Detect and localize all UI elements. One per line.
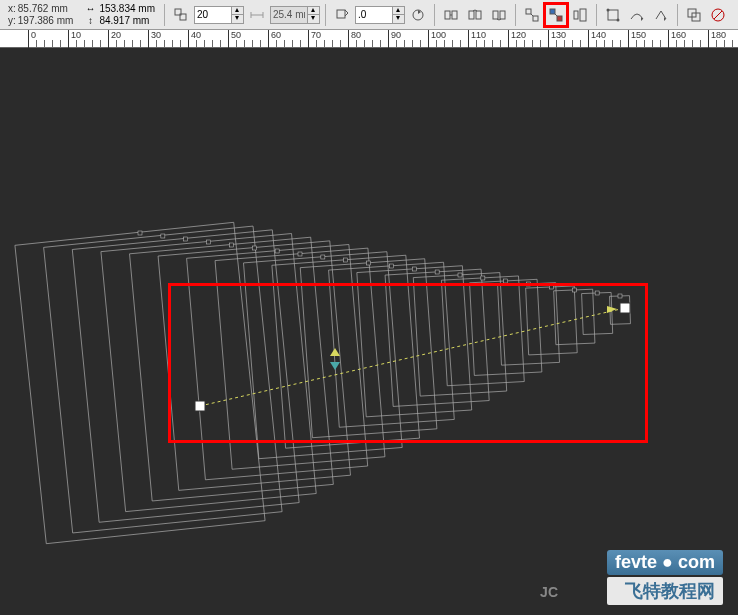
svg-rect-40	[329, 262, 455, 427]
ruler-tick: 90	[388, 30, 401, 48]
svg-rect-64	[298, 252, 302, 256]
svg-rect-32	[101, 234, 316, 512]
ruler-tick: 50	[228, 30, 241, 48]
blend-object[interactable]	[0, 48, 738, 615]
svg-rect-18	[557, 16, 562, 21]
svg-rect-61	[229, 243, 233, 247]
svg-rect-65	[321, 255, 325, 259]
svg-line-16	[531, 14, 533, 16]
ruler-tick: 60	[268, 30, 281, 48]
svg-rect-31	[72, 230, 299, 522]
svg-rect-53	[195, 401, 205, 411]
svg-line-51	[200, 308, 625, 406]
svg-marker-56	[330, 362, 340, 370]
separator	[515, 4, 516, 26]
svg-rect-34	[158, 241, 350, 490]
svg-rect-14	[526, 9, 531, 14]
blend-steps-field[interactable]	[195, 9, 231, 20]
watermark-tagline: 飞特教程网	[607, 577, 723, 605]
watermark-brand-right: com	[678, 552, 715, 572]
y-label: y:	[8, 15, 16, 26]
path-properties-btn[interactable]	[626, 4, 648, 26]
svg-rect-76	[572, 288, 576, 292]
svg-rect-20	[574, 11, 578, 19]
svg-rect-17	[550, 9, 555, 14]
svg-rect-29	[15, 222, 265, 543]
svg-rect-30	[44, 226, 282, 533]
rotation-field[interactable]	[356, 9, 392, 20]
svg-point-24	[616, 18, 619, 21]
x-value: 85.762 mm	[18, 3, 68, 14]
watermark-brand-left: fevte	[615, 552, 657, 572]
svg-rect-8	[452, 11, 457, 19]
svg-rect-13	[500, 11, 505, 19]
svg-rect-57	[138, 231, 142, 235]
svg-rect-59	[184, 237, 188, 241]
svg-rect-5	[337, 10, 345, 18]
svg-rect-12	[493, 11, 498, 19]
ruler-tick: 80	[348, 30, 361, 48]
object-accel-btn[interactable]	[521, 4, 543, 26]
svg-rect-71	[458, 273, 462, 277]
svg-rect-45	[470, 279, 542, 375]
svg-rect-49	[582, 292, 613, 334]
svg-rect-15	[533, 16, 538, 21]
separator	[677, 4, 678, 26]
height-value: 84.917 mm	[99, 15, 149, 26]
svg-point-23	[606, 8, 609, 11]
start-end-btn[interactable]	[602, 4, 624, 26]
svg-rect-63	[275, 249, 279, 253]
height-icon: ↕	[83, 16, 97, 26]
svg-rect-21	[580, 9, 586, 21]
svg-line-19	[555, 14, 557, 16]
ruler-tick: 20	[108, 30, 121, 48]
color-accel-btn[interactable]	[545, 4, 567, 26]
svg-rect-70	[435, 270, 439, 274]
x-label: x:	[8, 3, 16, 14]
watermark: fevte ● com 飞特教程网	[607, 550, 723, 605]
svg-rect-36	[215, 248, 385, 469]
rotation-input[interactable]: ▴ ▾	[355, 6, 405, 24]
svg-rect-37	[244, 252, 403, 459]
more-options-btn[interactable]	[650, 4, 672, 26]
y-value: 197.386 mm	[18, 15, 74, 26]
svg-rect-74	[527, 282, 531, 286]
svg-rect-77	[595, 291, 599, 295]
svg-rect-42	[385, 269, 489, 406]
blend-size-btn[interactable]	[569, 4, 591, 26]
spacing-label-icon	[246, 4, 268, 26]
blend-spacing-input: ▴ ▾	[270, 6, 320, 24]
svg-rect-73	[504, 279, 508, 283]
clear-blend-btn[interactable]	[707, 4, 729, 26]
copy-blend-btn[interactable]	[683, 4, 705, 26]
loop-rotation-icon[interactable]	[407, 4, 429, 26]
svg-rect-48	[554, 289, 595, 344]
svg-rect-22	[608, 10, 618, 20]
svg-rect-58	[161, 234, 165, 238]
steps-down[interactable]: ▾	[231, 15, 243, 23]
separator	[164, 4, 165, 26]
rotation-down[interactable]: ▾	[392, 15, 404, 23]
rotation-label-icon	[331, 4, 353, 26]
width-value: 153.834 mm	[99, 3, 155, 14]
counterclockwise-blend-btn[interactable]	[488, 4, 510, 26]
svg-rect-10	[469, 11, 474, 19]
ruler-tick: 10	[68, 30, 81, 48]
spacing-down: ▾	[307, 15, 319, 23]
svg-rect-68	[389, 264, 393, 268]
blend-steps-label-icon	[170, 4, 192, 26]
separator	[434, 4, 435, 26]
width-icon: ↔	[83, 4, 97, 14]
svg-rect-62	[252, 246, 256, 250]
separator	[596, 4, 597, 26]
svg-line-28	[714, 11, 722, 19]
blend-steps-input[interactable]: ▴ ▾	[194, 6, 244, 24]
position-readout: x: 85.762 mm y: 197.386 mm	[4, 3, 77, 26]
clockwise-blend-btn[interactable]	[464, 4, 486, 26]
drawing-canvas[interactable]: JC fevte ● com 飞特教程网	[0, 48, 738, 615]
ruler-tick: 0	[28, 30, 36, 48]
ruler-tick: 70	[308, 30, 321, 48]
size-readout: ↔ 153.834 mm ↕ 84.917 mm	[79, 3, 159, 26]
svg-rect-72	[481, 276, 485, 280]
direct-blend-btn[interactable]	[440, 4, 462, 26]
